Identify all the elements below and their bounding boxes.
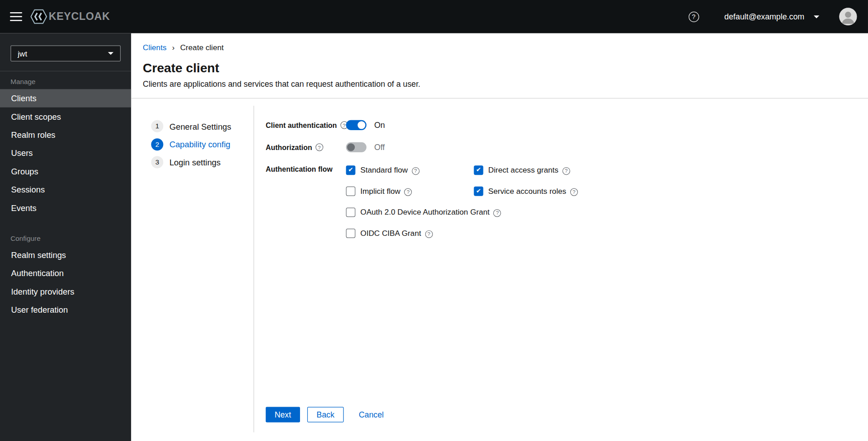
user-email: default@example.com xyxy=(724,12,804,21)
step-number: 2 xyxy=(151,138,163,150)
brand-name: KEYCLOAK xyxy=(49,10,110,23)
checkbox-oauth-device-grant[interactable]: OAuth 2.0 Device Authorization Grant xyxy=(346,207,578,217)
sidebar-item-identity-providers[interactable]: Identity providers xyxy=(0,282,131,300)
checkbox[interactable] xyxy=(346,186,356,196)
page-title: Create client xyxy=(143,61,854,76)
sidebar-item-users[interactable]: Users xyxy=(0,144,131,162)
caret-down-icon xyxy=(108,52,113,55)
page-header: Clients › Create client Create client Cl… xyxy=(131,33,868,89)
caret-down-icon xyxy=(814,15,819,18)
authorization-state: Off xyxy=(374,143,385,152)
checkbox[interactable] xyxy=(474,186,483,196)
header-divider xyxy=(131,98,868,99)
sidebar-item-groups[interactable]: Groups xyxy=(0,162,131,180)
sidebar-item-clients[interactable]: Clients xyxy=(0,89,131,107)
main-content: Clients › Create client Create client Cl… xyxy=(131,33,868,441)
masthead-toolbar: ? default@example.com xyxy=(688,8,868,25)
help-icon[interactable] xyxy=(493,209,501,216)
help-icon[interactable] xyxy=(570,188,578,196)
capability-config-form: Client authentication On Authorization O… xyxy=(254,106,868,432)
help-icon[interactable] xyxy=(562,167,570,174)
client-authentication-state: On xyxy=(374,121,385,130)
sidebar-item-events[interactable]: Events xyxy=(0,199,131,217)
checkbox-implicit-flow[interactable]: Implicit flow xyxy=(346,186,474,196)
wizard-step-login-settings[interactable]: 3 Login settings xyxy=(151,153,253,171)
realm-selector[interactable]: jwt xyxy=(10,45,121,61)
checkbox[interactable] xyxy=(346,165,356,175)
help-icon[interactable] xyxy=(315,143,323,151)
nav-toggle-button[interactable] xyxy=(10,9,22,23)
avatar[interactable] xyxy=(839,8,857,25)
checkbox[interactable] xyxy=(346,207,356,217)
cancel-button[interactable]: Cancel xyxy=(359,407,384,422)
nav-section-title: Configure xyxy=(0,228,131,246)
authorization-label: Authorization xyxy=(266,143,312,151)
client-authentication-toggle[interactable] xyxy=(346,120,366,130)
wizard: 1 General Settings 2 Capability config 3… xyxy=(131,106,868,432)
checkbox-direct-access-grants[interactable]: Direct access grants xyxy=(474,165,578,175)
sidebar-item-realm-settings[interactable]: Realm settings xyxy=(0,246,131,264)
breadcrumb-current: Create client xyxy=(180,43,224,52)
checkbox-standard-flow[interactable]: Standard flow xyxy=(346,165,474,175)
breadcrumb-separator-icon: › xyxy=(172,43,175,52)
nav-section-configure: Configure Realm settings Authentication … xyxy=(0,228,131,319)
app-window: KEYCLOAK ? default@example.com jwt xyxy=(0,0,868,441)
wizard-step-general-settings[interactable]: 1 General Settings xyxy=(151,117,253,136)
authentication-flow-options: Standard flow Direct access grants Impli… xyxy=(346,165,578,238)
wizard-footer: Next Back Cancel xyxy=(266,407,855,422)
step-number: 1 xyxy=(151,120,163,132)
breadcrumb-clients-link[interactable]: Clients xyxy=(143,43,166,52)
page-subtitle: Clients are applications and services th… xyxy=(143,80,854,89)
checkbox-service-accounts-roles[interactable]: Service accounts roles xyxy=(474,186,578,196)
help-icon[interactable]: ? xyxy=(688,11,699,22)
authorization-toggle[interactable] xyxy=(346,142,366,152)
checkbox-oidc-ciba-grant[interactable]: OIDC CIBA Grant xyxy=(346,228,578,238)
help-icon[interactable] xyxy=(425,230,433,238)
wizard-step-capability-config[interactable]: 2 Capability config xyxy=(151,136,253,154)
keycloak-logo-icon xyxy=(30,8,47,25)
checkbox[interactable] xyxy=(474,165,483,175)
authentication-flow-label: Authentication flow xyxy=(266,165,333,173)
client-authentication-row: Client authentication On xyxy=(266,118,855,131)
user-avatar-icon xyxy=(839,8,857,25)
client-authentication-label: Client authentication xyxy=(266,121,337,129)
realm-selector-value: jwt xyxy=(18,49,27,58)
wizard-nav: 1 General Settings 2 Capability config 3… xyxy=(131,106,254,432)
nav-section-title: Manage xyxy=(0,71,131,89)
checkbox[interactable] xyxy=(346,228,356,238)
sidebar-item-authentication[interactable]: Authentication xyxy=(0,264,131,282)
masthead: KEYCLOAK ? default@example.com xyxy=(0,0,868,33)
step-number: 3 xyxy=(151,156,163,169)
sidebar-item-sessions[interactable]: Sessions xyxy=(0,180,131,198)
sidebar-item-client-scopes[interactable]: Client scopes xyxy=(0,108,131,126)
sidebar: jwt Manage Clients Client scopes Realm r… xyxy=(0,33,131,441)
sidebar-item-realm-roles[interactable]: Realm roles xyxy=(0,126,131,144)
help-icon[interactable] xyxy=(404,188,412,196)
brand-logo: KEYCLOAK xyxy=(30,8,110,25)
help-icon[interactable] xyxy=(412,167,419,174)
authentication-flow-group: Authentication flow Standard flow Direct… xyxy=(266,165,855,238)
authorization-row: Authorization Off xyxy=(266,141,855,154)
breadcrumb: Clients › Create client xyxy=(143,43,854,52)
next-button[interactable]: Next xyxy=(266,407,300,422)
user-menu[interactable]: default@example.com xyxy=(724,12,819,21)
back-button[interactable]: Back xyxy=(307,407,344,422)
hamburger-icon xyxy=(10,12,22,14)
nav-section-manage: Manage Clients Client scopes Realm roles… xyxy=(0,71,131,217)
sidebar-item-user-federation[interactable]: User federation xyxy=(0,300,131,319)
